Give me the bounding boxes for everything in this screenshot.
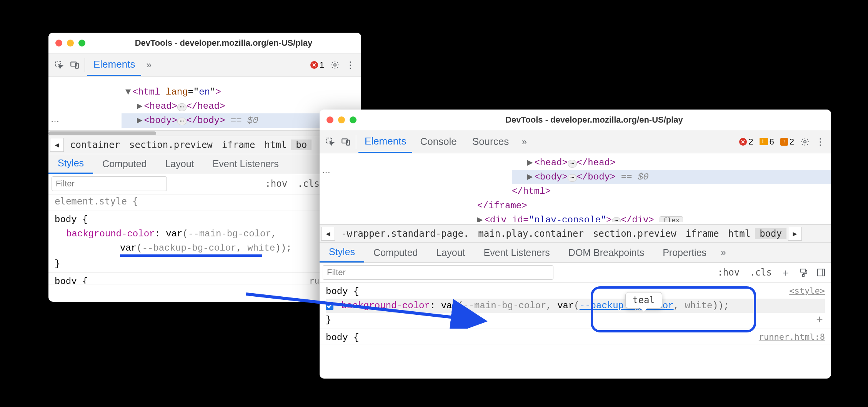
subtab-event-listeners[interactable]: Event Listeners — [475, 243, 559, 262]
cls-toggle[interactable]: .cls — [294, 178, 323, 189]
crumb-next-icon[interactable]: ▶ — [788, 227, 802, 241]
crumb-section[interactable]: section.preview — [125, 140, 217, 150]
crumb-wrapper[interactable]: -wrapper.standard-page. — [337, 228, 473, 239]
crumb-prev-icon[interactable]: ◀ — [50, 138, 64, 152]
tab-elements[interactable]: Elements — [87, 53, 141, 76]
source-link[interactable]: runner.html:8 — [759, 331, 825, 344]
subtab-styles[interactable]: Styles — [320, 243, 364, 262]
css-selector[interactable]: body { — [326, 284, 825, 299]
settings-icon[interactable] — [327, 57, 343, 73]
kebab-menu-icon[interactable]: ⋮ — [343, 57, 358, 73]
horizontal-scrollbar[interactable] — [48, 130, 361, 136]
gutter-ellipsis-icon[interactable]: ⋯ — [320, 167, 333, 177]
warning-badge[interactable]: 6 — [756, 137, 777, 147]
dom-tree[interactable]: … ▼<html lang="en"> ▶<head>⋯</head> ▶<bo… — [48, 76, 361, 130]
tab-sources[interactable]: Sources — [465, 130, 516, 153]
css-block-body-2[interactable]: runner.ht body { — [48, 273, 361, 284]
filter-input[interactable] — [323, 265, 553, 280]
ellipsis-icon[interactable]: ⋯ — [568, 174, 577, 182]
settings-icon[interactable] — [797, 134, 813, 150]
css-selector[interactable]: body { — [326, 331, 825, 344]
titlebar: DevTools - developer.mozilla.org/en-US/p… — [320, 110, 831, 130]
dom-tree[interactable]: ▶<head>⋯</head> ▶<body>⋯</body> == $0 </… — [320, 153, 831, 224]
crumb-html[interactable]: html — [723, 228, 755, 239]
dom-line-html[interactable]: ▼<html lang="en"> — [110, 85, 361, 99]
css-block-body[interactable]: <style> body { background-color: var(--m… — [320, 283, 831, 329]
kebab-menu-icon[interactable]: ⋮ — [813, 134, 828, 150]
crumb-body[interactable]: body — [755, 228, 786, 239]
more-subtabs-icon[interactable]: » — [716, 245, 731, 260]
css-property[interactable]: background-color — [341, 301, 430, 311]
declaration-checkbox[interactable] — [326, 302, 333, 310]
dom-line-body-selected[interactable]: ▶<body>⋯</body> == $0 — [512, 170, 831, 184]
inspect-element-icon[interactable] — [323, 134, 338, 150]
crumb-html[interactable]: html — [260, 140, 292, 150]
css-block-body-2[interactable]: runner.html:8 body { — [320, 329, 831, 344]
dom-line-iframe-close[interactable]: </iframe> — [462, 199, 831, 213]
error-badge[interactable]: ✕ 1 — [307, 60, 327, 70]
subtab-dom-breakpoints[interactable]: DOM Breakpoints — [559, 243, 653, 262]
ellipsis-icon[interactable]: ⋯ — [177, 103, 187, 111]
dom-line-doctype[interactable]: … — [110, 79, 361, 85]
dom-line-div[interactable]: ▶<div id="play-console">⋯</div> flex — [462, 213, 831, 222]
crumb-main[interactable]: main.play.container — [473, 228, 588, 239]
css-declaration[interactable]: background-color: var(--main-bg-color, v… — [326, 299, 825, 313]
add-declaration-icon[interactable]: ＋ — [814, 311, 825, 328]
dom-line-html-close[interactable]: </html> — [496, 184, 831, 198]
info-badge[interactable]: ! 2 — [777, 137, 797, 147]
breadcrumb-bar: ◀ container section.preview iframe html … — [48, 136, 361, 154]
ellipsis-icon[interactable]: ⋯ — [612, 217, 621, 222]
device-toggle-icon[interactable] — [67, 57, 82, 73]
tab-elements[interactable]: Elements — [358, 130, 412, 153]
add-rule-icon[interactable]: ＋ — [779, 266, 793, 279]
subtab-computed[interactable]: Computed — [93, 154, 156, 174]
source-link[interactable]: <style> — [789, 284, 825, 297]
subtab-properties[interactable]: Properties — [653, 243, 716, 262]
minimize-light[interactable] — [67, 40, 74, 47]
window-lights — [55, 40, 85, 47]
crumb-iframe[interactable]: iframe — [217, 140, 260, 150]
crumb-container[interactable]: container — [65, 140, 125, 150]
dom-line-head[interactable]: ▶<head>⋯</head> — [512, 156, 831, 170]
hov-toggle[interactable]: :hov — [714, 267, 743, 278]
close-light[interactable] — [55, 40, 62, 47]
ellipsis-icon[interactable]: ⋯ — [177, 118, 187, 125]
minimize-light[interactable] — [338, 116, 345, 123]
subtab-event-listeners[interactable]: Event Listeners — [203, 154, 288, 174]
tab-console[interactable]: Console — [412, 130, 464, 153]
subtab-computed[interactable]: Computed — [364, 243, 427, 262]
css-selector[interactable]: body { — [55, 213, 355, 227]
error-badge[interactable]: ✕ 2 — [736, 137, 756, 147]
close-light[interactable] — [327, 116, 333, 123]
svg-point-9 — [804, 141, 806, 143]
more-tabs-icon[interactable]: » — [516, 134, 532, 150]
css-block-body[interactable]: <st body { background-color: var(--main-… — [48, 211, 361, 273]
subtab-styles[interactable]: Styles — [48, 154, 93, 174]
breadcrumb-bar: ◀ -wrapper.standard-page. main.play.cont… — [320, 224, 831, 243]
css-declaration[interactable]: background-color: var(--main-bg-color, — [55, 227, 355, 241]
subtab-layout[interactable]: Layout — [427, 243, 474, 262]
crumb-section[interactable]: section.preview — [588, 228, 681, 239]
maximize-light[interactable] — [78, 40, 85, 47]
maximize-light[interactable] — [350, 116, 357, 123]
crumb-prev-icon[interactable]: ◀ — [321, 227, 335, 241]
paint-icon[interactable] — [796, 266, 810, 279]
more-tabs-icon[interactable]: » — [141, 57, 157, 73]
hov-toggle[interactable]: :hov — [262, 178, 290, 189]
css-block-element-style[interactable]: element.style { } — [48, 194, 361, 211]
crumb-iframe[interactable]: iframe — [681, 228, 724, 239]
ellipsis-icon[interactable]: ⋯ — [568, 160, 577, 168]
subtab-layout[interactable]: Layout — [156, 154, 203, 174]
flex-badge[interactable]: flex — [660, 216, 683, 222]
cls-toggle[interactable]: .cls — [746, 267, 775, 278]
computed-panel-icon[interactable] — [814, 266, 828, 279]
var-tooltip: teal — [625, 292, 662, 308]
crumb-body[interactable]: bo — [291, 140, 312, 150]
css-declaration-cont[interactable]: var(--backup-bg-color, white)); — [55, 241, 355, 255]
filter-input[interactable] — [52, 176, 167, 191]
css-property[interactable]: background-color — [55, 229, 155, 239]
gutter-ellipsis-icon[interactable]: ⋯ — [48, 116, 62, 126]
inspect-element-icon[interactable] — [52, 57, 67, 73]
device-toggle-icon[interactable] — [338, 134, 353, 150]
svg-rect-11 — [803, 274, 804, 276]
